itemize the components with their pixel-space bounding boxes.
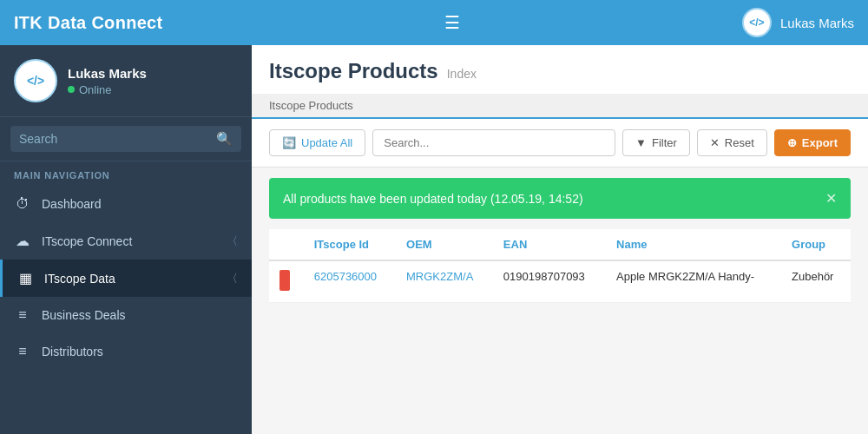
business-deals-icon: ≡ xyxy=(14,307,31,323)
times-icon: ✕ xyxy=(710,136,720,149)
sidebar-item-distributors[interactable]: ≡ Distributors xyxy=(0,333,252,370)
content-area: Itscope Products Index Itscope Products … xyxy=(252,45,868,434)
page-title: Itscope Products xyxy=(269,59,438,83)
dashboard-icon: ⏱ xyxy=(14,196,31,212)
header-user-area: </> Lukas Marks xyxy=(742,8,854,37)
content-header: Itscope Products Index Itscope Products xyxy=(252,45,868,119)
row-name: Apple MRGK2ZM/A Handy- xyxy=(606,260,781,303)
search-input[interactable] xyxy=(19,132,209,146)
itscope-connect-arrow-icon: 〈 xyxy=(227,233,238,249)
sidebar-nav: ⏱ Dashboard ☁ ITscope Connect 〈 ▦ ITscop… xyxy=(0,186,252,370)
col-oem: OEM xyxy=(396,229,493,260)
reset-button[interactable]: ✕ Reset xyxy=(697,129,767,156)
app-title: ITK Data Connect xyxy=(14,13,162,33)
itscope-data-arrow-icon: 〈 xyxy=(227,271,238,286)
sidebar-item-itscope-data[interactable]: ▦ ITscope Data 〈 xyxy=(0,260,252,297)
table-body: 6205736000 MRGK2ZM/A 0190198707093 Apple… xyxy=(269,260,851,303)
distributors-label: Distributors xyxy=(42,345,238,358)
table-row: 6205736000 MRGK2ZM/A 0190198707093 Apple… xyxy=(269,260,851,303)
alert-close-button[interactable]: ✕ xyxy=(825,190,837,207)
distributors-icon: ≡ xyxy=(14,344,31,359)
row-oem[interactable]: MRGK2ZM/A xyxy=(396,260,493,303)
sidebar: </> Lukas Marks Online 🔍 Main Navigation… xyxy=(0,45,252,434)
dashboard-label: Dashboard xyxy=(42,197,238,211)
header-user-name: Lukas Marks xyxy=(780,16,854,30)
export-icon: ⊕ xyxy=(787,136,797,149)
sidebar-user-name: Lukas Marks xyxy=(68,66,147,81)
col-itscope-id: ITscope Id xyxy=(304,229,396,260)
page-subtitle: Index xyxy=(447,67,477,81)
table-container: ITscope IdOEMEANNameGroup 6205736000 MRG… xyxy=(252,229,868,434)
col-ean: EAN xyxy=(493,229,606,260)
update-all-button[interactable]: 🔄 Update All xyxy=(269,129,365,156)
breadcrumb: Itscope Products xyxy=(252,94,868,117)
content-title-row: Itscope Products Index xyxy=(269,59,851,83)
filter-icon: ▼ xyxy=(635,136,647,149)
row-itscope-id[interactable]: 6205736000 xyxy=(304,260,396,303)
search-icon: 🔍 xyxy=(216,131,233,147)
toolbar-search-input[interactable] xyxy=(372,129,615,156)
sidebar-user-info: Lukas Marks Online xyxy=(68,66,147,96)
sidebar-item-business-deals[interactable]: ≡ Business Deals xyxy=(0,297,252,333)
sidebar-avatar: </> xyxy=(14,59,57,102)
main-layout: </> Lukas Marks Online 🔍 Main Navigation… xyxy=(0,45,868,434)
sidebar-user-panel: </> Lukas Marks Online xyxy=(0,45,252,117)
refresh-icon: 🔄 xyxy=(282,136,296,149)
products-table: ITscope IdOEMEANNameGroup 6205736000 MRG… xyxy=(269,229,851,303)
itscope-data-icon: ▦ xyxy=(16,270,34,286)
sidebar-item-dashboard[interactable]: ⏱ Dashboard xyxy=(0,186,252,222)
col-group: Group xyxy=(781,229,851,260)
alert-message: All products have been updated today (12… xyxy=(283,192,583,206)
nav-section-label: Main Navigation xyxy=(0,161,252,186)
col-name: Name xyxy=(606,229,781,260)
header-avatar: </> xyxy=(742,8,772,37)
sidebar-user-status: Online xyxy=(68,83,147,96)
itscope-connect-icon: ☁ xyxy=(14,233,31,249)
row-color-indicator xyxy=(269,260,304,303)
export-button[interactable]: ⊕ Export xyxy=(774,129,851,156)
hamburger-icon[interactable]: ☰ xyxy=(444,12,460,33)
filter-button[interactable]: ▼ Filter xyxy=(622,129,690,156)
sidebar-item-itscope-connect[interactable]: ☁ ITscope Connect 〈 xyxy=(0,222,252,260)
status-dot-icon xyxy=(68,86,75,93)
row-group: Zubehör xyxy=(781,260,851,303)
top-header: ITK Data Connect ☰ </> Lukas Marks xyxy=(0,0,868,45)
business-deals-label: Business Deals xyxy=(42,308,238,322)
itscope-data-label: ITscope Data xyxy=(44,272,216,286)
alert-success: All products have been updated today (12… xyxy=(269,178,851,219)
sidebar-search-area: 🔍 xyxy=(0,117,252,161)
col-color xyxy=(269,229,304,260)
row-ean: 0190198707093 xyxy=(493,260,606,303)
sidebar-search-box: 🔍 xyxy=(10,126,241,152)
table-head: ITscope IdOEMEANNameGroup xyxy=(269,229,851,260)
itscope-connect-label: ITscope Connect xyxy=(42,234,216,248)
toolbar: 🔄 Update All ▼ Filter ✕ Reset ⊕ Export xyxy=(252,119,868,168)
